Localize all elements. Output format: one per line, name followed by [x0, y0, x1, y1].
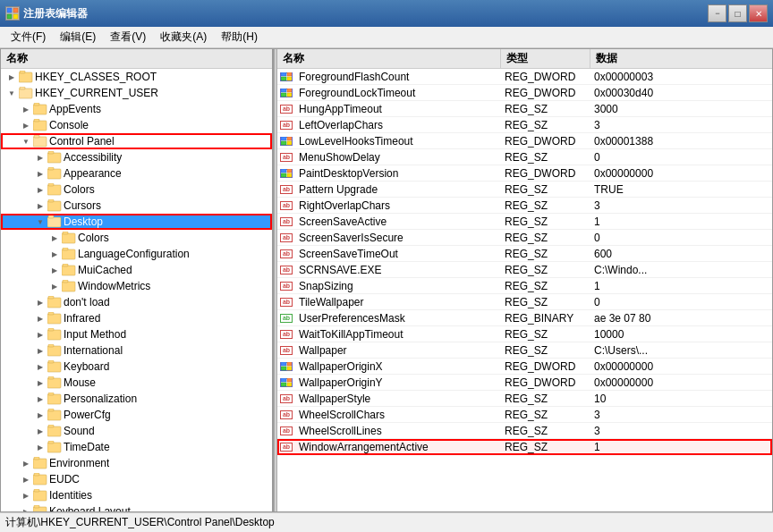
- tree-node[interactable]: ▶MuiCached: [1, 262, 272, 278]
- tree-toggle-icon[interactable]: ▶: [33, 150, 47, 165]
- tree-node[interactable]: ▶International: [1, 342, 272, 359]
- menu-item[interactable]: 查看(V): [103, 28, 153, 46]
- tree-toggle-icon[interactable]: ▼: [19, 134, 33, 148]
- table-row[interactable]: abHungAppTimeoutREG_SZ3000: [277, 101, 772, 117]
- tree-toggle-icon[interactable]: ▶: [33, 343, 47, 358]
- tree-node[interactable]: ▶Input Method: [1, 326, 272, 342]
- tree-node[interactable]: ▶Accessibility: [1, 149, 272, 165]
- tree-node[interactable]: ▶WindowMetrics: [1, 278, 272, 294]
- tree-node[interactable]: ▼HKEY_CURRENT_USER: [1, 85, 272, 101]
- tree-node[interactable]: ▶PowerCfg: [1, 407, 272, 423]
- table-row[interactable]: PaintDesktopVersionREG_DWORD0x00000000: [277, 165, 772, 182]
- table-row[interactable]: abTileWallpaperREG_SZ0: [277, 294, 772, 310]
- tree-node[interactable]: ▶TimeDate: [1, 439, 272, 455]
- tree-toggle-icon[interactable]: ▶: [33, 376, 47, 390]
- tree-toggle-icon[interactable]: ▶: [33, 295, 47, 309]
- tree-toggle-icon[interactable]: ▶: [33, 424, 47, 438]
- table-row[interactable]: abScreenSaveActiveREG_SZ1: [277, 214, 772, 230]
- minimize-button[interactable]: －: [708, 4, 726, 22]
- tree-toggle-icon[interactable]: ▶: [33, 311, 47, 325]
- tree-node[interactable]: ▶AppEvents: [1, 101, 272, 117]
- column-header-data[interactable]: 数据: [590, 49, 772, 68]
- table-row[interactable]: ForegroundFlashCountREG_DWORD0x00000003: [277, 69, 772, 85]
- tree-node[interactable]: ▶Console: [1, 117, 272, 133]
- tree-toggle-icon[interactable]: ▶: [19, 102, 33, 116]
- table-row[interactable]: ForegroundLockTimeoutREG_DWORD0x00030d40: [277, 85, 772, 101]
- table-row[interactable]: abWallpaperREG_SZC:\Users\...: [277, 342, 772, 359]
- table-row[interactable]: abWaitToKillAppTimeoutREG_SZ10000: [277, 326, 772, 342]
- tree-toggle-icon[interactable]: ▶: [33, 392, 47, 406]
- tree-toggle-icon[interactable]: ▶: [47, 231, 62, 245]
- tree-toggle-icon[interactable]: ▶: [33, 359, 47, 374]
- svg-rect-76: [281, 362, 286, 366]
- tree-node[interactable]: ▶Environment: [1, 455, 272, 471]
- table-row[interactable]: abWheelScrollLinesREG_SZ3: [277, 423, 772, 439]
- table-row[interactable]: abScreenSaveTimeOutREG_SZ600: [277, 246, 772, 262]
- column-header-type[interactable]: 类型: [501, 49, 590, 68]
- tree-toggle-icon[interactable]: ▶: [19, 488, 33, 502]
- menu-item[interactable]: 帮助(H): [214, 28, 265, 46]
- tree-node[interactable]: ▶Infrared: [1, 310, 272, 326]
- tree-toggle-icon[interactable]: ▶: [33, 198, 47, 213]
- tree-content[interactable]: ▶HKEY_CLASSES_ROOT▼HKEY_CURRENT_USER▶App…: [1, 69, 272, 511]
- tree-toggle-icon[interactable]: ▶: [19, 456, 33, 470]
- tree-node[interactable]: ▶Keyboard Layout: [1, 503, 272, 511]
- table-row[interactable]: WallpaperOriginXREG_DWORD0x00000000: [277, 359, 772, 375]
- menu-item[interactable]: 文件(F): [4, 28, 53, 46]
- tree-toggle-icon[interactable]: ▶: [33, 166, 47, 181]
- tree-node[interactable]: ▶HKEY_CLASSES_ROOT: [1, 69, 272, 85]
- table-row[interactable]: WallpaperOriginYREG_DWORD0x00000000: [277, 375, 772, 391]
- tree-toggle-icon[interactable]: ▶: [47, 247, 62, 261]
- tree-toggle-icon[interactable]: ▼: [4, 86, 19, 100]
- table-row[interactable]: LowLevelHooksTimeoutREG_DWORD0x00001388: [277, 133, 772, 149]
- table-row[interactable]: abSCRNSAVE.EXEREG_SZC:\Windo...: [277, 262, 772, 278]
- values-body[interactable]: ForegroundFlashCountREG_DWORD0x00000003F…: [277, 69, 772, 511]
- tree-node[interactable]: ▶Cursors: [1, 198, 272, 214]
- tree-toggle-icon[interactable]: ▶: [33, 408, 47, 422]
- tree-toggle-icon[interactable]: ▼: [33, 215, 47, 229]
- tree-node[interactable]: ▶Personalization: [1, 391, 272, 407]
- table-row[interactable]: abScreenSaverIsSecureREG_SZ0: [277, 230, 772, 246]
- tree-node[interactable]: ▶Mouse: [1, 375, 272, 391]
- tree-node[interactable]: ▶Identities: [1, 487, 272, 503]
- svg-rect-60: [281, 72, 286, 76]
- table-row[interactable]: abUserPreferencesMaskREG_BINARYae 3e 07 …: [277, 310, 772, 326]
- tree-node[interactable]: ▶Keyboard: [1, 359, 272, 375]
- table-row[interactable]: abLeftOverlapCharsREG_SZ3: [277, 117, 772, 133]
- tree-toggle-icon[interactable]: ▶: [47, 279, 62, 293]
- table-row[interactable]: abWheelScrollCharsREG_SZ3: [277, 407, 772, 423]
- tree-toggle-icon[interactable]: ▶: [19, 472, 33, 486]
- table-row[interactable]: abPattern UpgradeREG_SZTRUE: [277, 182, 772, 198]
- tree-toggle-icon[interactable]: ▶: [33, 182, 47, 197]
- menu-item[interactable]: 收藏夹(A): [153, 28, 214, 46]
- table-row[interactable]: abMenuShowDelayREG_SZ0: [277, 149, 772, 165]
- string-icon: ab: [280, 266, 293, 274]
- tree-node[interactable]: ▶Sound: [1, 423, 272, 439]
- tree-node[interactable]: ▶Colors: [1, 230, 272, 246]
- tree-toggle-icon[interactable]: ▶: [33, 440, 47, 454]
- tree-node-label: Appearance: [64, 167, 122, 180]
- string-icon: ab: [280, 443, 293, 452]
- close-button[interactable]: ✕: [749, 4, 768, 22]
- table-row[interactable]: abWindowArrangementActiveREG_SZ1: [277, 439, 772, 455]
- tree-node[interactable]: ▼Desktop: [1, 214, 272, 230]
- tree-toggle-icon[interactable]: ▶: [33, 327, 47, 342]
- table-row[interactable]: abRightOverlapCharsREG_SZ3: [277, 198, 772, 214]
- menu-item[interactable]: 编辑(E): [53, 28, 103, 46]
- table-row[interactable]: abWallpaperStyleREG_SZ10: [277, 391, 772, 407]
- tree-node[interactable]: ▶EUDC: [1, 471, 272, 487]
- tree-toggle-icon[interactable]: ▶: [19, 504, 33, 511]
- column-header-name[interactable]: 名称: [277, 49, 501, 68]
- tree-node[interactable]: ▶Colors: [1, 182, 272, 198]
- tree-toggle-icon[interactable]: ▶: [19, 118, 33, 132]
- tree-node[interactable]: ▼Control Panel: [1, 133, 272, 149]
- value-type-icon: ab: [277, 249, 295, 258]
- tree-node[interactable]: ▶don't load: [1, 294, 272, 310]
- table-row[interactable]: abSnapSizingREG_SZ1: [277, 278, 772, 294]
- tree-node[interactable]: ▶Appearance: [1, 165, 272, 182]
- tree-node[interactable]: ▶LanguageConfiguration: [1, 246, 272, 262]
- tree-toggle-icon[interactable]: ▶: [47, 263, 62, 277]
- maximize-button[interactable]: □: [728, 4, 747, 22]
- tree-node-label: don't load: [64, 296, 110, 308]
- tree-toggle-icon[interactable]: ▶: [4, 70, 19, 84]
